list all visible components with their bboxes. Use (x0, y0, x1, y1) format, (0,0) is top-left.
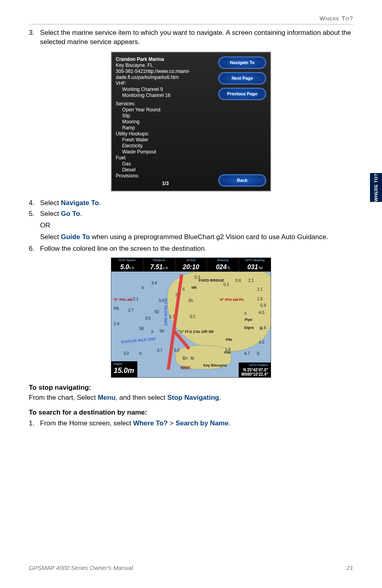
sounding: 3.0 (123, 351, 129, 356)
bearing-cell: Bearing 024°h (207, 258, 239, 272)
unit: m (128, 366, 134, 375)
fuel-label: Fuel: (116, 155, 215, 161)
text: Select (40, 199, 61, 207)
value: 20:10 (183, 264, 199, 270)
sounding: 4.0 (259, 340, 264, 345)
menu-link: Menu (98, 394, 115, 401)
vhf-label: VHF: (116, 81, 215, 87)
step-5: 5. Select Go To. (29, 209, 353, 219)
page-footer: GPSMAP 4000 Series Owner's Manual 21 (29, 564, 353, 572)
gps-lon: W080°10'22.4" (241, 372, 268, 377)
side-tab: WHERE TO? (370, 173, 382, 202)
pile-label: Pile (226, 337, 232, 342)
pile-label: Pile (224, 350, 231, 355)
value: 15.0 (114, 366, 128, 375)
step-text: Select the marine service item to which … (40, 28, 353, 47)
sounding: 4.7 (244, 351, 250, 356)
manual-title: GPSMAP 4000 Series Owner's Manual (29, 564, 133, 572)
side-tab-label: WHERE TO? (374, 173, 378, 201)
chart-label: S (257, 351, 259, 356)
page-indicator: 1/3 (116, 181, 215, 187)
marina-location: Key Biscayne, FL (116, 62, 215, 68)
value: 024 (216, 264, 227, 270)
sounding: 2.7 (128, 308, 134, 313)
service-item: Slip (116, 113, 215, 119)
sounding: 2.1 (248, 278, 254, 284)
vhf-channel: Working Channel 9 (116, 87, 215, 93)
step-number: 1. (29, 419, 40, 428)
text: . (219, 394, 221, 401)
sounding: 0.3 (223, 282, 229, 288)
wk-label: Wk (191, 285, 197, 290)
sounding: 0.6 (235, 278, 241, 284)
text: . (229, 419, 231, 427)
sounding: 1.5 (257, 296, 263, 302)
sounding: 2.1 (133, 296, 139, 302)
service-item: Mooring (116, 119, 215, 125)
hookup-item: Waste Pumpout (116, 149, 215, 155)
text: > (168, 419, 175, 427)
step-text: From the Home screen, select Where To? >… (40, 419, 353, 428)
step-number: 5. (29, 209, 40, 219)
vhf-channel: Monitoring Channel 16 (116, 93, 215, 99)
sounding: 3.4 (151, 280, 157, 286)
or-label: OR (40, 221, 353, 230)
hookup-item: Fresh Water (116, 137, 215, 143)
distance-cell: Distance 7.51n h (143, 258, 175, 272)
step-number: 4. (29, 199, 40, 208)
hookup-item: Electricity (116, 143, 215, 149)
next-page-button[interactable]: Next Page (218, 72, 266, 85)
chart-label: 50 (139, 326, 144, 332)
step-number: 6. (29, 244, 40, 254)
services-label: Services: (116, 101, 215, 107)
label: Bearing (207, 258, 239, 263)
depth-value: 15.0m (114, 366, 134, 375)
priv-aid-label: "2" Priv aid (113, 297, 133, 302)
text: From the chart, Select (29, 394, 98, 401)
fuel-item: Diesel (116, 167, 215, 173)
data-bar: GPS Speed 5.0k h Distance 7.51n h Arriva… (111, 258, 271, 272)
previous-page-button[interactable]: Previous Page (218, 88, 266, 100)
step-4: 4. Select Navigate To. (29, 199, 353, 208)
chart-label: h (142, 285, 144, 291)
step-text: Select Go To. (40, 209, 353, 219)
search-step-1: 1. From the Home screen, select Where To… (29, 419, 353, 428)
guide-to-link: Guide To (61, 233, 90, 241)
marina-title: Crandon Park Marina (116, 56, 215, 62)
label: Depth (114, 362, 134, 366)
gps-speed-cell: GPS Speed 5.0k h (111, 258, 143, 272)
service-item: Open Year Round (116, 107, 215, 113)
chart-label: Sh (159, 328, 164, 334)
label: Distance (143, 258, 175, 263)
text: Select (40, 210, 61, 217)
sounding: 3.0 (145, 316, 151, 321)
pipe-label: Pipe (245, 317, 252, 322)
marine-service-screenshot: Crandon Park Marina Key Biscayne, FL 305… (111, 52, 271, 191)
navigate-to-link: Navigate To (61, 199, 99, 207)
stop-navigating-text: From the chart, Select Menu, and then se… (29, 393, 353, 403)
label: GPS Position (241, 363, 268, 368)
step-6: 6. Follow the colored line on the screen… (29, 244, 353, 254)
step-number: 3. (29, 28, 40, 47)
back-button[interactable]: Back (218, 174, 266, 187)
key-biscayne-label: Key Biscayne (203, 363, 227, 368)
see-note-label: (SEE NOTE) 195 (163, 298, 168, 326)
chart-label: Bn (183, 356, 187, 361)
fuel-item: Gas (116, 161, 215, 167)
step-text: Select Navigate To. (40, 199, 353, 208)
navigate-to-button[interactable]: Navigate To (218, 56, 266, 69)
text: , and then select (115, 394, 167, 401)
hookups-label: Utility Hookups: (116, 131, 215, 137)
info-panel: Crandon Park Marina Key Biscayne, FL 305… (116, 56, 215, 187)
text: . (99, 199, 101, 207)
priv-aid-label: "4" Priv aid PA (219, 297, 244, 302)
depth-box: Depth 15.0m (111, 361, 137, 377)
sounding: 0.9 (260, 303, 266, 308)
search-by-name-heading: To search for a destination by name: (29, 408, 353, 417)
label: Arrival (175, 258, 207, 263)
header-section: Where To? (29, 14, 353, 24)
value: 7.51 (150, 264, 163, 270)
marina-contact: 305-361-5421http://www.co.miami-dade.fl.… (116, 68, 215, 81)
chart-label: h (139, 351, 142, 356)
sounding: 2.4 (114, 321, 119, 327)
